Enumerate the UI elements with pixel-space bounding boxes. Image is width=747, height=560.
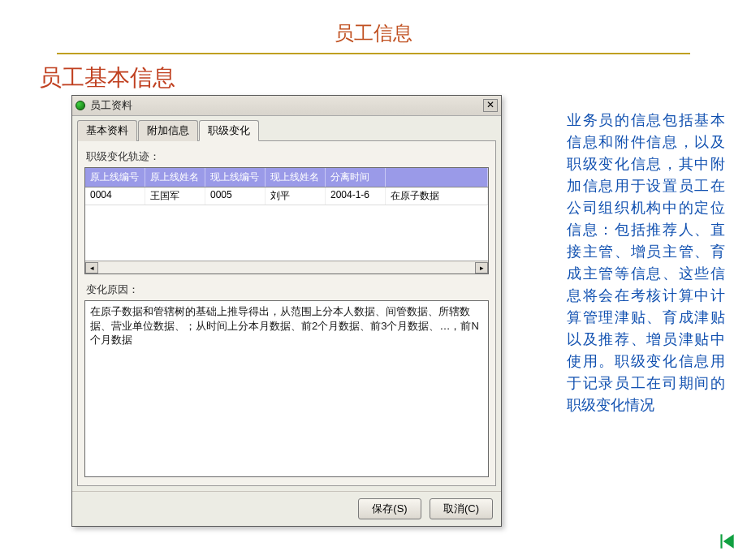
employee-dialog: 员工资料 ✕ 基本资料 附加信息 职级变化 职级变化轨迹： 原上线编号 原上线姓… bbox=[71, 95, 502, 527]
col-header[interactable]: 现上线姓名 bbox=[266, 168, 326, 187]
cell: 王国军 bbox=[145, 187, 205, 205]
tab-body: 职级变化轨迹： 原上线编号 原上线姓名 现上线编号 现上线姓名 分离时间 000… bbox=[77, 140, 496, 486]
col-header[interactable]: 分离时间 bbox=[326, 168, 386, 187]
cell: 刘平 bbox=[266, 187, 326, 205]
reason-textarea[interactable]: 在原子数据和管辖树的基础上推导得出，从范围上分本人数据、间管数据、所辖数据、营业… bbox=[84, 300, 489, 477]
cell: 0004 bbox=[85, 187, 145, 205]
grid-header: 原上线编号 原上线姓名 现上线编号 现上线姓名 分离时间 bbox=[85, 168, 488, 187]
grid-body[interactable]: 0004 王国军 0005 刘平 2004-1-6 在原子数据 bbox=[85, 187, 488, 261]
scroll-track[interactable] bbox=[98, 262, 475, 274]
tab-basic[interactable]: 基本资料 bbox=[77, 120, 137, 141]
side-description: 业务员的信息包括基本信息和附件信息，以及职级变化信息，其中附加信息用于设置员工在… bbox=[567, 95, 725, 527]
section-title: 员工基本信息 bbox=[0, 54, 747, 93]
content-row: 员工资料 ✕ 基本资料 附加信息 职级变化 职级变化轨迹： 原上线编号 原上线姓… bbox=[0, 93, 747, 527]
tab-level-change[interactable]: 职级变化 bbox=[199, 120, 259, 141]
col-header[interactable] bbox=[386, 168, 488, 187]
button-bar: 保存(S) 取消(C) bbox=[72, 491, 501, 526]
titlebar: 员工资料 ✕ bbox=[72, 96, 501, 116]
track-label: 职级变化轨迹： bbox=[86, 149, 489, 164]
cancel-button[interactable]: 取消(C) bbox=[430, 498, 493, 519]
scroll-left-icon[interactable]: ◂ bbox=[85, 262, 98, 274]
app-icon bbox=[76, 101, 85, 110]
tabs: 基本资料 附加信息 职级变化 bbox=[72, 116, 501, 140]
tab-extra[interactable]: 附加信息 bbox=[138, 120, 198, 141]
close-icon[interactable]: ✕ bbox=[483, 99, 498, 112]
grid: 原上线编号 原上线姓名 现上线编号 现上线姓名 分离时间 0004 王国军 00… bbox=[84, 167, 489, 274]
col-header[interactable]: 原上线姓名 bbox=[145, 168, 205, 187]
go-end-icon[interactable] bbox=[716, 531, 737, 552]
cell: 在原子数据 bbox=[386, 187, 488, 205]
col-header[interactable]: 原上线编号 bbox=[85, 168, 145, 187]
table-row[interactable]: 0004 王国军 0005 刘平 2004-1-6 在原子数据 bbox=[85, 187, 488, 205]
save-button[interactable]: 保存(S) bbox=[358, 498, 421, 519]
grid-scrollbar[interactable]: ◂ ▸ bbox=[85, 261, 488, 274]
col-header[interactable]: 现上线编号 bbox=[205, 168, 266, 187]
reason-label: 变化原因： bbox=[86, 282, 489, 297]
cell: 0005 bbox=[205, 187, 266, 205]
scroll-right-icon[interactable]: ▸ bbox=[475, 262, 488, 274]
cell: 2004-1-6 bbox=[326, 187, 386, 205]
titlebar-text: 员工资料 bbox=[90, 98, 483, 113]
page-title: 员工信息 bbox=[0, 0, 747, 53]
